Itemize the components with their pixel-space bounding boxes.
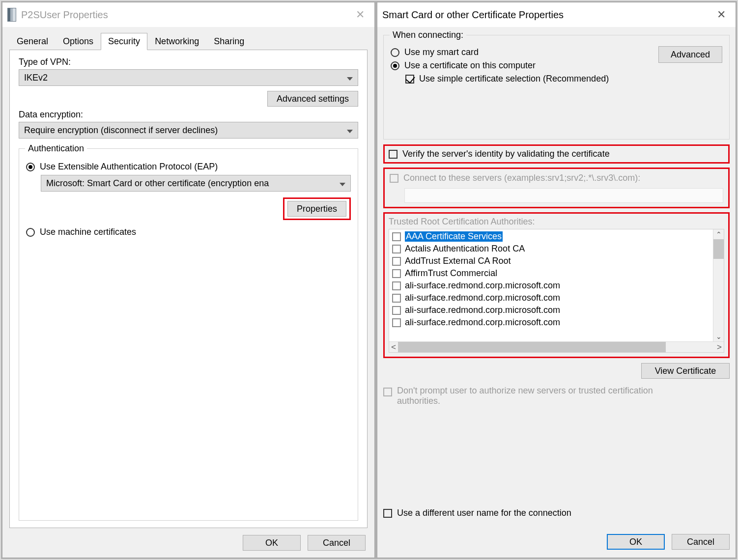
scrollbar-vertical[interactable]: ⌃ ⌄	[713, 229, 724, 341]
list-item[interactable]: AddTrust External CA Root	[390, 255, 712, 267]
scrollbar-horizontal[interactable]: < >	[389, 341, 724, 352]
dont-prompt-checkbox: Don't prompt user to authorize new serve…	[383, 386, 730, 406]
app-icon	[7, 8, 16, 22]
eap-method-combo[interactable]: Microsoft: Smart Card or other certifica…	[41, 175, 351, 192]
chevron-left-icon: <	[389, 342, 398, 352]
radio-icon	[391, 61, 399, 70]
list-item[interactable]: ali-surface.redmond.corp.microsoft.com	[390, 292, 712, 304]
list-item[interactable]: ali-surface.redmond.corp.microsoft.com	[390, 316, 712, 329]
checkbox-icon	[405, 75, 414, 84]
checkbox-icon	[383, 509, 392, 518]
chevron-down-icon	[347, 73, 353, 83]
tab-security[interactable]: Security	[101, 33, 147, 50]
list-item[interactable]: AAA Certificate Services	[390, 230, 712, 243]
chevron-down-icon	[340, 178, 345, 189]
list-item[interactable]: Actalis Authentication Root CA	[390, 243, 712, 255]
ok-button[interactable]: OK	[607, 534, 665, 550]
trusted-cas-label: Trusted Root Certification Authorities:	[389, 217, 724, 227]
window-title: Smart Card or other Certificate Properti…	[382, 9, 564, 21]
advanced-button[interactable]: Advanced	[658, 46, 722, 63]
checkbox-icon	[392, 257, 401, 266]
checkbox-icon	[389, 150, 397, 159]
radio-icon	[26, 163, 35, 171]
chevron-up-icon: ⌃	[716, 229, 722, 239]
chevron-down-icon: ⌄	[716, 332, 722, 341]
p2s-properties-window: P2SUser Properties ✕ General Options Sec…	[2, 2, 375, 558]
connect-servers-checkbox: Connect to these servers (examples:srv1;…	[390, 173, 723, 183]
checkbox-icon	[383, 388, 392, 396]
tab-networking[interactable]: Networking	[147, 33, 206, 50]
tab-strip: General Options Security Networking Shar…	[9, 33, 368, 50]
list-item[interactable]: AffirmTrust Commercial	[390, 267, 712, 280]
verify-highlight: Verify the server's identity by validati…	[383, 144, 730, 164]
data-encryption-label: Data encryption:	[19, 110, 358, 120]
connect-servers-highlight: Connect to these servers (examples:srv1;…	[383, 168, 730, 208]
checkbox-icon	[392, 294, 401, 303]
verify-identity-checkbox[interactable]: Verify the server's identity by validati…	[389, 149, 724, 159]
ok-button[interactable]: OK	[243, 535, 301, 551]
checkbox-icon	[392, 318, 401, 327]
vpn-type-label: Type of VPN:	[19, 57, 358, 67]
servers-input	[404, 188, 723, 203]
tab-panel-security: Type of VPN: IKEv2 Advanced settings Dat…	[9, 50, 368, 528]
use-smart-card-radio[interactable]: Use my smart card	[391, 47, 658, 57]
smartcard-properties-window: Smart Card or other Certificate Properti…	[377, 2, 736, 558]
machine-certs-radio-row[interactable]: Use machine certificates	[26, 227, 351, 237]
checkbox-icon	[392, 232, 401, 241]
when-connecting-group: When connecting: Use my smart card Use a…	[383, 35, 730, 140]
view-certificate-button[interactable]: View Certificate	[641, 363, 730, 379]
checkbox-icon	[392, 281, 401, 290]
checkbox-icon	[392, 269, 401, 278]
properties-button[interactable]: Properties	[287, 201, 346, 217]
trusted-cas-listbox[interactable]: AAA Certificate Services Actalis Authent…	[389, 229, 724, 353]
checkbox-icon	[392, 306, 401, 315]
radio-icon	[391, 48, 399, 57]
titlebar: Smart Card or other Certificate Properti…	[377, 2, 736, 27]
close-icon[interactable]: ✕	[712, 6, 731, 23]
authentication-title: Authentication	[25, 143, 87, 154]
titlebar: P2SUser Properties ✕	[2, 2, 374, 27]
checkbox-icon	[392, 245, 401, 253]
simple-selection-checkbox[interactable]: Use simple certificate selection (Recomm…	[405, 74, 658, 84]
trusted-cas-highlight: Trusted Root Certification Authorities: …	[383, 212, 730, 358]
cancel-button[interactable]: Cancel	[672, 534, 730, 550]
checkbox-icon	[390, 174, 398, 183]
close-icon[interactable]: ✕	[351, 6, 369, 23]
chevron-right-icon: >	[715, 342, 724, 352]
tab-general[interactable]: General	[9, 33, 56, 50]
tab-options[interactable]: Options	[56, 33, 101, 50]
tab-sharing[interactable]: Sharing	[206, 33, 252, 50]
window-title: P2SUser Properties	[21, 9, 108, 21]
advanced-settings-button[interactable]: Advanced settings	[267, 91, 358, 107]
eap-radio-row[interactable]: Use Extensible Authentication Protocol (…	[26, 162, 351, 172]
use-certificate-radio[interactable]: Use a certificate on this computer	[391, 60, 658, 71]
group-title: When connecting:	[390, 30, 466, 40]
radio-icon	[26, 228, 35, 237]
cancel-button[interactable]: Cancel	[308, 535, 366, 551]
chevron-down-icon	[347, 125, 353, 136]
scrollbar-thumb[interactable]	[713, 239, 724, 259]
scrollbar-thumb[interactable]	[398, 342, 666, 352]
data-encryption-combo[interactable]: Require encryption (disconnect if server…	[19, 122, 358, 139]
vpn-type-combo[interactable]: IKEv2	[19, 69, 358, 86]
list-item[interactable]: ali-surface.redmond.corp.microsoft.com	[390, 280, 712, 292]
list-item[interactable]: ali-surface.redmond.corp.microsoft.com	[390, 304, 712, 316]
authentication-group: Authentication Use Extensible Authentica…	[19, 148, 358, 521]
different-username-checkbox[interactable]: Use a different user name for the connec…	[383, 508, 730, 518]
